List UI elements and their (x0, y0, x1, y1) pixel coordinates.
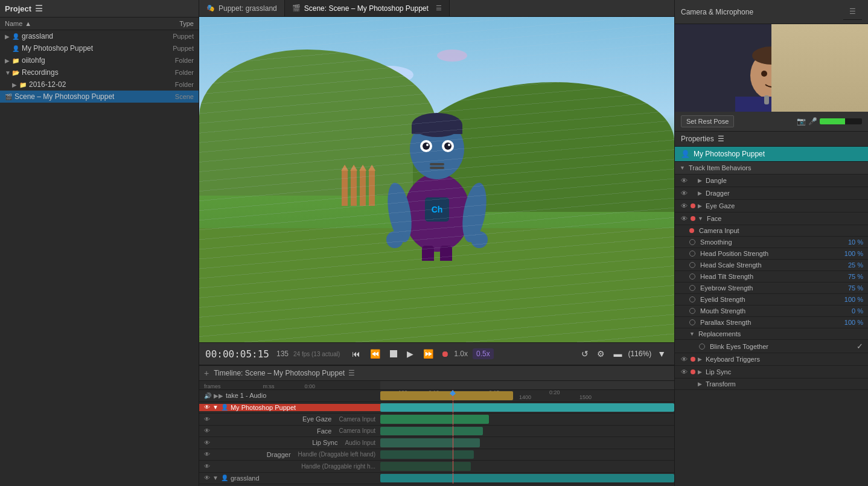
behavior-camera-input[interactable]: Camera Input (675, 225, 868, 237)
behavior-dangle[interactable]: 👁 ▶ Dangle (675, 174, 868, 187)
eyegaze-arrow[interactable]: ▶ (698, 203, 702, 209)
behavior-replacements[interactable]: ▼ Replacements (675, 328, 868, 340)
middle-panel: 🎭 Puppet: grassland 🎬 Scene: Scene – My … (199, 0, 675, 486)
set-rest-pose-button[interactable]: Set Rest Pose (681, 115, 734, 127)
project-columns: Name ▲ Type (0, 18, 199, 30)
lipsync-vis[interactable]: 👁 (204, 440, 210, 446)
playhead6 (453, 449, 453, 461)
behavior-eyebrow[interactable]: Eyebrow Strength 75 % (675, 283, 868, 294)
transform-arrow[interactable]: ▶ (698, 381, 702, 387)
folder-icon2: 📁 (19, 82, 27, 88)
audio-clip[interactable] (380, 391, 513, 400)
puppet-tab[interactable]: 🎭 Puppet: grassland (199, 0, 285, 16)
project-item-scene[interactable]: 🎬 Scene – My Photoshop Puppet Scene (0, 91, 199, 103)
camera-input-active (689, 228, 694, 233)
audio-vis-icon[interactable]: 🔊 (204, 392, 211, 399)
behavior-mouth[interactable]: Mouth Strength 0 % (675, 305, 868, 317)
dangle-name: Dangle (706, 177, 863, 184)
scene-tab-menu[interactable]: ☰ (436, 4, 442, 12)
replacements-arrow[interactable]: ▼ (689, 331, 695, 337)
behavior-transform[interactable]: ▶ Transform (675, 379, 868, 390)
puppet-clip[interactable] (380, 403, 674, 412)
section-track-behaviors[interactable]: ▼ Track Item Behaviors (675, 162, 868, 174)
audio-expand[interactable]: ▶▶ (214, 392, 223, 399)
puppet-person-icon: 👤 (681, 150, 690, 158)
face-arrow[interactable]: ▼ (698, 216, 703, 222)
grassland-expand[interactable]: ▼ (212, 475, 219, 481)
scene-tab[interactable]: 🎬 Scene: Scene – My Photoshop Puppet ☰ (285, 0, 450, 16)
keyboard-arrow[interactable]: ▶ (698, 356, 702, 362)
skip-back-button[interactable]: ⏮ (349, 348, 363, 360)
svg-rect-29 (764, 95, 769, 104)
grassland-clip[interactable] (380, 474, 674, 483)
settings-button[interactable]: ⚙ (595, 348, 607, 360)
behavior-parallax[interactable]: Parallax Strength 100 % (675, 317, 868, 328)
project-menu-icon[interactable]: ☰ (35, 4, 43, 13)
face-vis[interactable]: 👁 (204, 427, 210, 434)
dragger-vis[interactable]: 👁 (204, 451, 210, 458)
face-clip[interactable] (380, 427, 483, 436)
behavior-head-scale[interactable]: Head Scale Strength 25 % (675, 260, 868, 271)
zoom-dropdown[interactable]: ▼ (655, 348, 668, 360)
behavior-head-tilt[interactable]: Head Tilt Strength 75 % (675, 271, 868, 283)
dragger2-vis[interactable]: 👁 (204, 463, 210, 470)
dragger-content (380, 449, 674, 461)
eyegaze-vis[interactable]: 👁 (204, 416, 210, 423)
lipsync-arrow-prop[interactable]: ▶ (698, 369, 702, 375)
puppet-vis-icon[interactable]: 👁 (204, 404, 210, 411)
eyegaze-clip[interactable] (380, 415, 489, 424)
head-pos-name: Head Position Strength (700, 250, 840, 257)
eyegaze-content (380, 414, 674, 425)
behavior-keyboard[interactable]: 👁 ▶ Keyboard Triggers (675, 353, 868, 366)
timeline-menu-icon[interactable]: ☰ (348, 369, 355, 377)
record-button[interactable]: ⏺ (441, 349, 449, 359)
right-panel: Camera & Microphone ☰ (675, 0, 868, 486)
behavior-eyegaze[interactable]: 👁 ▶ Eye Gaze (675, 200, 868, 213)
project-item-grassland[interactable]: ▶ 👤 grassland Puppet (0, 30, 199, 42)
playback-bar: 00:00:05:15 135 24 fps (13 actual) ⏮ ⏪ ▶… (199, 342, 674, 365)
refresh-button[interactable]: ↺ (579, 348, 591, 360)
rewind-button[interactable]: ⏪ (368, 348, 383, 360)
dragger-clip[interactable] (380, 450, 474, 459)
camera-menu-icon[interactable]: ☰ (843, 4, 862, 20)
timeline-tracks: frames m:ss 0:00 100 0:10 1200 0:15 1400… (199, 381, 674, 484)
project-item-recordings[interactable]: ▼ 📂 Recordings Folder (0, 66, 199, 78)
face-content (380, 426, 674, 437)
grassland-vis[interactable]: 👁 (204, 475, 210, 481)
behavior-blink[interactable]: Blink Eyes Together ✓ (675, 340, 868, 353)
lipsync-vis-prop[interactable]: 👁 (680, 368, 688, 376)
keyboard-vis[interactable]: 👁 (680, 355, 688, 363)
play-button[interactable]: ▶ (404, 348, 416, 360)
forward-button[interactable]: ⏩ (421, 348, 436, 360)
add-track-icon[interactable]: + (204, 368, 209, 378)
ruler-start: 0:00 (305, 383, 316, 389)
eyegaze-vis-prop[interactable]: 👁 (680, 202, 688, 210)
lipsync-clip[interactable] (380, 438, 480, 447)
dragger-vis-prop[interactable]: 👁 (680, 189, 688, 197)
dangle-arrow[interactable]: ▶ (698, 177, 702, 184)
properties-menu-icon[interactable]: ☰ (718, 135, 724, 143)
audio-track-name: take 1 - Audio (226, 392, 266, 399)
stop-button[interactable] (388, 349, 400, 359)
display-button[interactable]: ▬ (611, 348, 624, 360)
face-vis-prop[interactable]: 👁 (680, 214, 688, 223)
column-name[interactable]: Name ▲ (5, 20, 152, 27)
behavior-eyelid[interactable]: Eyelid Strength 100 % (675, 294, 868, 305)
dragger-name: Dragger (212, 451, 291, 458)
behavior-face[interactable]: 👁 ▼ Face (675, 213, 868, 225)
project-item-date[interactable]: ▶ 📁 2016-12-02 Folder (0, 78, 199, 91)
dragger2-clip[interactable] (380, 462, 471, 471)
head-scale-value: 25 % (842, 261, 863, 269)
track-eyegaze-label: 👁 Eye Gaze Camera Input (199, 415, 380, 423)
dangle-vis[interactable]: 👁 (680, 176, 688, 185)
behavior-lipsync-prop[interactable]: 👁 ▶ Lip Sync (675, 366, 868, 379)
project-item-oiitohfg[interactable]: ▶ 📁 oiitohfg Folder (0, 54, 199, 66)
puppet-expand[interactable]: ▼ (212, 404, 219, 411)
behavior-dragger[interactable]: 👁 ▶ Dragger (675, 187, 868, 200)
face-active-dot (691, 216, 695, 221)
ruler-mss: m:ss (263, 383, 275, 389)
behavior-head-position[interactable]: Head Position Strength 100 % (675, 248, 868, 260)
dragger-arrow-prop[interactable]: ▶ (698, 190, 702, 196)
behavior-smoothing[interactable]: Smoothing 10 % (675, 237, 868, 248)
project-item-myphotoshoppuppet[interactable]: 👤 My Photoshop Puppet Puppet (0, 42, 199, 54)
